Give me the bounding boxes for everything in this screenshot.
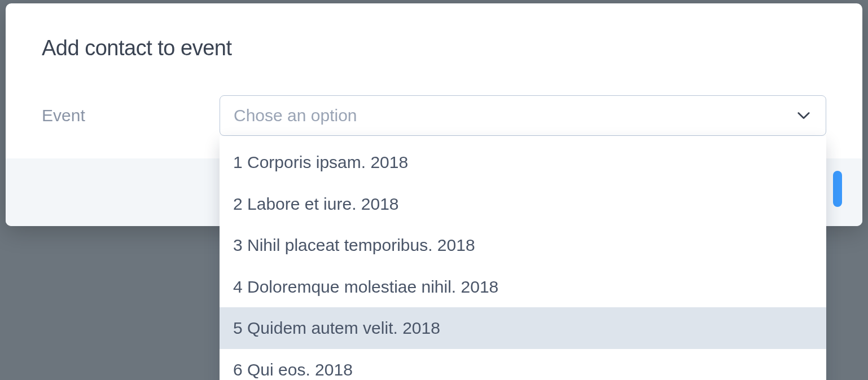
event-option[interactable]: 4 Doloremque molestiae nihil. 2018	[220, 266, 826, 308]
event-option[interactable]: 1 Corporis ipsam. 2018	[220, 142, 826, 183]
event-option[interactable]: 6 Qui eos. 2018	[220, 349, 826, 381]
event-select-placeholder: Chose an option	[234, 106, 357, 125]
chevron-down-icon	[797, 109, 810, 122]
submit-button[interactable]	[833, 171, 842, 207]
event-form-row: Event Chose an option 1 Corporis ipsam. …	[42, 95, 826, 136]
event-label: Event	[42, 106, 208, 125]
event-option[interactable]: 5 Quidem autem velit. 2018	[220, 307, 826, 349]
add-contact-modal: Add contact to event Event Chose an opti…	[6, 3, 862, 226]
modal-body: Add contact to event Event Chose an opti…	[6, 3, 862, 158]
modal-title: Add contact to event	[42, 36, 826, 60]
event-select-wrap: Chose an option 1 Corporis ipsam. 20182 …	[220, 95, 826, 136]
event-option[interactable]: 3 Nihil placeat temporibus. 2018	[220, 224, 826, 266]
event-dropdown: 1 Corporis ipsam. 20182 Labore et iure. …	[220, 136, 826, 380]
event-option[interactable]: 2 Labore et iure. 2018	[220, 183, 826, 225]
event-select[interactable]: Chose an option	[220, 95, 826, 136]
